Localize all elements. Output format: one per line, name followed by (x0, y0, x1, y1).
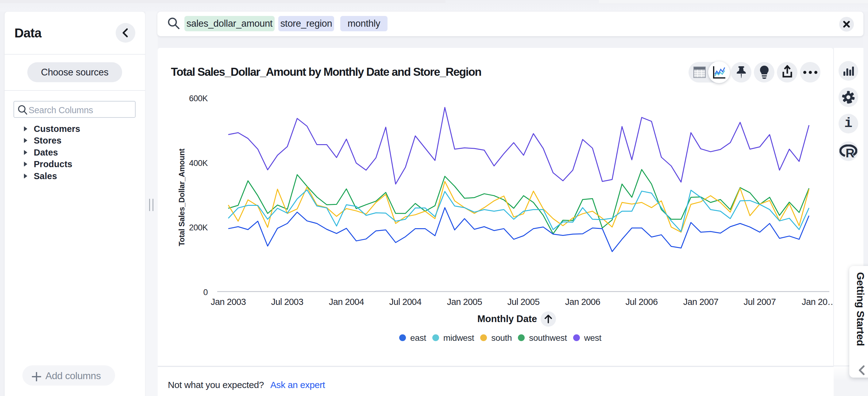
svg-text:R: R (846, 146, 855, 158)
